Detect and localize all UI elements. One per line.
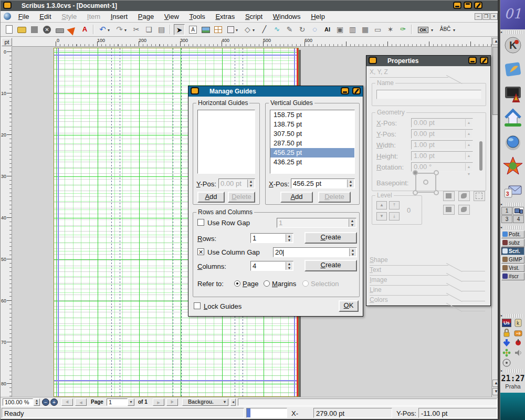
new-document-icon[interactable] bbox=[4, 24, 15, 35]
guide-list-item[interactable]: 158.75 pt bbox=[270, 110, 354, 120]
pager-desktop-2[interactable] bbox=[513, 207, 524, 215]
guide-list-item-selected[interactable]: 456.25 pt bbox=[270, 148, 354, 158]
horizontal-scrollbar[interactable] bbox=[238, 398, 497, 406]
zoom-in-icon[interactable]: + bbox=[50, 398, 58, 406]
lower-level-icon[interactable]: ▼ bbox=[376, 212, 387, 220]
row-gap-field[interactable]: 1▲▼ bbox=[277, 218, 356, 228]
raise-to-top-icon[interactable]: ⤒ bbox=[389, 201, 400, 209]
lock-size-icon[interactable] bbox=[443, 205, 455, 215]
guide-list-item[interactable]: 287.50 pt bbox=[270, 139, 354, 148]
vertical-guides-list[interactable]: 158.75 pt 138.75 pt 307.50 pt 287.50 pt … bbox=[270, 110, 355, 174]
pager-handle[interactable]: ◂ bbox=[500, 203, 525, 206]
columns-field[interactable]: 4▲▼ bbox=[250, 261, 293, 271]
flower-applet-icon[interactable] bbox=[502, 349, 511, 357]
column-guide[interactable] bbox=[111, 48, 112, 396]
add-vertical-button[interactable]: Add bbox=[280, 192, 313, 203]
tab-text[interactable]: Text bbox=[370, 266, 485, 276]
guide-list-item[interactable]: 436.25 pt bbox=[270, 158, 354, 167]
ok-button[interactable]: OK bbox=[339, 300, 359, 312]
redo-icon[interactable]: ↷ bbox=[114, 24, 125, 35]
page-number-combo[interactable]: 1 bbox=[107, 398, 128, 406]
menu-help[interactable]: Help bbox=[307, 11, 329, 22]
zoom-out-icon[interactable]: − bbox=[42, 398, 49, 406]
last-page-icon[interactable]: ⯈ bbox=[166, 398, 178, 406]
download-arrow-icon[interactable] bbox=[502, 339, 511, 347]
insert-image-frame-icon[interactable] bbox=[200, 24, 211, 35]
ypos-field[interactable]: 0.00 pt▲▼ bbox=[218, 178, 255, 188]
copy-properties-wand-icon[interactable]: ✶ bbox=[385, 24, 396, 35]
mdi-close-button[interactable]: × bbox=[490, 13, 498, 20]
page-combo-dropdown-icon[interactable]: ▾ bbox=[128, 398, 134, 406]
pager-desktop-1[interactable]: 1 bbox=[501, 207, 512, 215]
task-vrstvy[interactable]: Vrst. bbox=[501, 264, 524, 272]
save-document-icon[interactable] bbox=[29, 24, 40, 35]
ypos-prop-field[interactable]: 0.00 pt▲▼ bbox=[411, 129, 473, 139]
open-document-icon[interactable] bbox=[16, 24, 27, 35]
menu-view[interactable]: View bbox=[160, 11, 183, 22]
ksirc-icon[interactable] bbox=[513, 339, 523, 347]
menu-windows[interactable]: Windows bbox=[269, 11, 305, 22]
menu-style[interactable]: Style bbox=[57, 11, 81, 22]
menu-file[interactable]: File bbox=[14, 11, 34, 22]
select-item-icon[interactable]: ➤ bbox=[174, 24, 185, 35]
menu-tools[interactable]: Tools bbox=[185, 11, 209, 22]
zoom-spinner[interactable]: ▲▼ bbox=[34, 398, 40, 406]
ruler-unit-button[interactable]: pt bbox=[2, 38, 12, 46]
guide-list-item[interactable]: 307.50 pt bbox=[270, 129, 354, 139]
dialog-menu-button[interactable] bbox=[191, 87, 199, 94]
pager-desktop-3[interactable]: 3 bbox=[501, 215, 512, 223]
window-menu-button[interactable] bbox=[3, 2, 12, 9]
insert-shape-icon[interactable] bbox=[225, 24, 236, 35]
menu-edit[interactable]: Edit bbox=[35, 11, 55, 22]
rotation-prop-field[interactable]: 0.00 °▲▼ bbox=[411, 162, 473, 172]
menu-extras[interactable]: Extras bbox=[211, 11, 239, 22]
print-icon[interactable] bbox=[54, 24, 65, 35]
minimize-button[interactable] bbox=[453, 2, 461, 9]
undo-icon[interactable]: ↶ bbox=[97, 24, 108, 35]
column-gap-field[interactable]: 20▲▼ bbox=[273, 247, 357, 257]
export-pdf-icon[interactable]: A bbox=[79, 24, 90, 35]
palette-close-button[interactable] bbox=[480, 57, 488, 64]
pdf-push-button-icon[interactable]: OK bbox=[415, 24, 431, 35]
zoom-level-field[interactable]: 100.00 % bbox=[3, 398, 33, 406]
height-prop-field[interactable]: 1.00 pt▲▼ bbox=[411, 151, 473, 161]
scroll-handle-icon[interactable]: ◂ bbox=[230, 398, 236, 406]
pdf-text-field-icon[interactable]: ÂBĈ bbox=[437, 24, 453, 35]
star-app-icon[interactable] bbox=[502, 155, 523, 176]
use-row-gap-checkbox[interactable] bbox=[197, 219, 204, 226]
edit-text-icon[interactable]: AI bbox=[322, 24, 333, 35]
width-prop-field[interactable]: 1.00 pt▲▼ bbox=[411, 140, 473, 150]
cut-icon[interactable]: ✂ bbox=[131, 24, 142, 35]
dialog-shade-button[interactable] bbox=[341, 87, 349, 94]
first-page-icon[interactable]: ⯇ bbox=[61, 398, 73, 406]
edit-story-icon[interactable]: ▣ bbox=[334, 24, 345, 35]
volume-icon[interactable] bbox=[513, 349, 523, 357]
delete-vertical-button[interactable]: Delete bbox=[318, 192, 351, 203]
prev-page-icon[interactable]: ◂ bbox=[75, 398, 87, 406]
insert-table-icon[interactable] bbox=[213, 24, 224, 35]
tab-line[interactable]: Line bbox=[370, 286, 485, 296]
mdi-minimize-button[interactable]: – bbox=[475, 13, 482, 20]
menu-item[interactable]: Item bbox=[83, 11, 104, 22]
delete-horizontal-button[interactable]: Delete bbox=[228, 192, 255, 203]
tab-colors[interactable]: Colors bbox=[370, 296, 485, 306]
column-guide[interactable] bbox=[181, 48, 182, 396]
menu-script[interactable]: Script bbox=[241, 11, 267, 22]
print-item-icon[interactable] bbox=[458, 205, 470, 215]
klipper-icon[interactable]: k bbox=[513, 319, 523, 327]
group-items-icon[interactable] bbox=[443, 191, 455, 201]
copy-icon[interactable]: ❏ bbox=[143, 24, 154, 35]
refer-page-radio[interactable] bbox=[234, 280, 240, 287]
menu-page[interactable]: Page bbox=[134, 11, 158, 22]
dock-handle[interactable]: ◂ bbox=[500, 30, 525, 34]
unlink-text-frames-icon[interactable]: ▦ bbox=[360, 24, 371, 35]
rotate-item-icon[interactable]: ↻ bbox=[297, 24, 308, 35]
ungroup-items-icon[interactable] bbox=[458, 191, 470, 201]
next-page-icon[interactable]: ▸ bbox=[153, 398, 164, 406]
tab-image[interactable]: Image bbox=[370, 276, 485, 286]
eyedropper-icon[interactable]: ✑ bbox=[397, 24, 408, 35]
draw-app-icon[interactable] bbox=[502, 59, 523, 80]
guide-list-item[interactable]: 138.75 pt bbox=[270, 120, 354, 129]
task-gimp[interactable]: GIMP bbox=[501, 256, 524, 264]
terminal-shell-icon[interactable] bbox=[502, 83, 523, 104]
